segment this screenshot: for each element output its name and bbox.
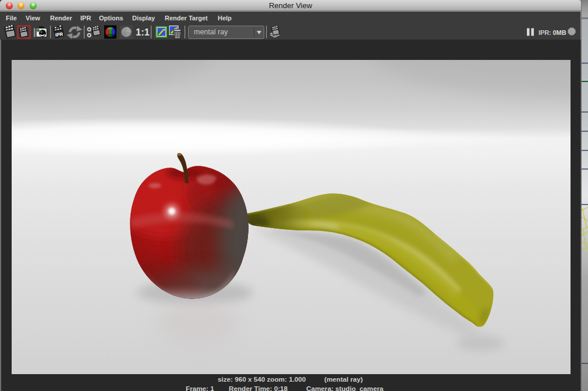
- svg-text:IPR: 0MB: IPR: 0MB: [539, 29, 566, 36]
- svg-text:IPR: IPR: [55, 31, 63, 38]
- svg-text:1:1: 1:1: [136, 27, 150, 37]
